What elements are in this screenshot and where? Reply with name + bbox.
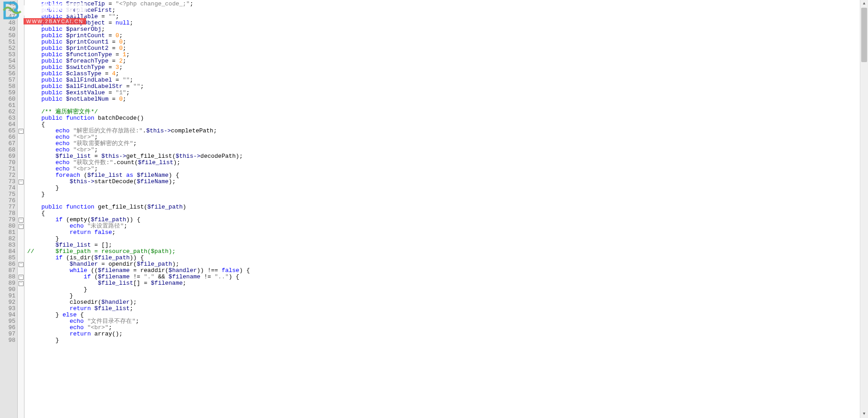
code-line[interactable]: echo "获取需要解密的文件"; [27, 141, 868, 147]
fold-toggle[interactable]: − [19, 224, 24, 229]
code-line[interactable]: public $allTable = ""; [27, 14, 868, 20]
line-number: 48 [0, 20, 15, 26]
code-line[interactable]: $handler = opendir($file_path); [27, 261, 868, 267]
code-line[interactable]: // $file_path = resource_path($path); [27, 248, 868, 255]
code-line[interactable]: public $tempObject = null; [27, 20, 868, 26]
line-number: 59 [0, 90, 15, 96]
line-number: 51 [0, 39, 15, 45]
line-number: 72 [0, 172, 15, 179]
code-line[interactable]: public $allFindLabelStr = ""; [27, 83, 868, 90]
line-number: 69 [0, 153, 15, 160]
code-line[interactable]: return array(); [27, 331, 868, 337]
line-number: 54 [0, 58, 15, 64]
vertical-scrollbar[interactable]: ▲ ▼ [860, 0, 868, 418]
code-line[interactable]: public $notLabelNum = 0; [27, 96, 868, 102]
code-line[interactable]: public $replaceTip = "<?php change_code_… [27, 1, 868, 7]
line-number: 84 [0, 248, 15, 255]
fold-toggle[interactable]: − [19, 275, 24, 280]
code-line[interactable]: public $functionType = 1; [27, 52, 868, 58]
line-number: 61 [0, 102, 15, 109]
code-line[interactable] [27, 198, 868, 204]
code-line[interactable]: return false; [27, 229, 868, 236]
line-number: 46 [0, 7, 15, 14]
code-line[interactable]: echo "<br>"; [27, 325, 868, 331]
code-area[interactable]: public $replaceTip = "<?php change_code_… [24, 0, 868, 418]
code-line[interactable]: return $file_list; [27, 306, 868, 312]
code-line[interactable]: public $parserObj; [27, 26, 868, 33]
fold-toggle[interactable]: − [19, 262, 24, 267]
code-line[interactable]: public $classType = 4; [27, 71, 868, 77]
line-number: 94 [0, 312, 15, 318]
line-number: 60 [0, 96, 15, 102]
line-number: 64 [0, 122, 15, 128]
line-number: 89 [0, 280, 15, 287]
fold-toggle[interactable]: − [19, 218, 24, 223]
code-line[interactable]: } [27, 191, 868, 198]
fold-toggle[interactable]: − [19, 180, 24, 185]
line-number: 90 [0, 287, 15, 293]
code-line[interactable]: public function batchDecode() [27, 115, 868, 122]
line-number: 67 [0, 141, 15, 147]
line-number: 53 [0, 52, 15, 58]
line-number: 58 [0, 83, 15, 90]
code-line[interactable]: echo "解密后的文件存放路径:".$this->completePath; [27, 128, 868, 134]
code-line[interactable]: public $allFindLabel = ""; [27, 77, 868, 83]
code-line[interactable]: $this->startDecode($fileName); [27, 179, 868, 185]
code-line[interactable]: public $switchType = 3; [27, 64, 868, 71]
line-number: 82 [0, 236, 15, 242]
code-line[interactable]: closedir($handler); [27, 299, 868, 306]
code-line[interactable]: } [27, 185, 868, 191]
scroll-down-button[interactable]: ▼ [860, 410, 868, 418]
scroll-thumb[interactable] [861, 8, 867, 62]
code-line[interactable]: public $existValue = "1"; [27, 90, 868, 96]
code-line[interactable]: $file_list = []; [27, 242, 868, 248]
line-number: 78 [0, 210, 15, 217]
code-line[interactable]: } [27, 337, 868, 344]
line-number: 86 [0, 261, 15, 267]
line-number: 65 [0, 128, 15, 134]
code-line[interactable]: if (empty($file_path)) { [27, 217, 868, 223]
code-line[interactable]: echo "<br>"; [27, 147, 868, 153]
code-line[interactable]: public function get_file_list($file_path… [27, 204, 868, 210]
line-number: 75 [0, 191, 15, 198]
code-line[interactable]: } [27, 287, 868, 293]
code-line[interactable]: } [27, 293, 868, 299]
code-line[interactable]: $file_list = $this->get_file_list($this-… [27, 153, 868, 160]
line-number-gutter: 4546474849505152535455565758596061626364… [0, 0, 18, 418]
line-number: 56 [0, 71, 15, 77]
code-line[interactable]: public $replaceFirst; [27, 7, 868, 14]
line-number: 98 [0, 337, 15, 344]
code-line[interactable]: echo "<br>"; [27, 166, 868, 172]
code-line[interactable]: if ($filename != "." && $filename != "..… [27, 274, 868, 280]
code-line[interactable]: { [27, 122, 868, 128]
line-number: 83 [0, 242, 15, 248]
line-number: 79 [0, 217, 15, 223]
line-number: 50 [0, 33, 15, 39]
line-number: 88 [0, 274, 15, 280]
line-number: 92 [0, 299, 15, 306]
code-line[interactable]: foreach ($file_list as $fileName) { [27, 172, 868, 179]
line-number: 91 [0, 293, 15, 299]
code-line[interactable]: echo "<br>"; [27, 134, 868, 141]
code-line[interactable]: { [27, 210, 868, 217]
line-number: 96 [0, 325, 15, 331]
line-number: 74 [0, 185, 15, 191]
line-number: 76 [0, 198, 15, 204]
code-line[interactable]: public $printCount = 0; [27, 33, 868, 39]
code-line[interactable] [27, 102, 868, 109]
code-line[interactable]: if (is_dir($file_path)) { [27, 255, 868, 261]
code-line[interactable]: public $printCount2 = 0; [27, 45, 868, 52]
scroll-up-button[interactable]: ▲ [860, 0, 868, 8]
code-line[interactable]: $file_list[] = $filename; [27, 280, 868, 287]
code-line[interactable]: public $printCount1 = 0; [27, 39, 868, 45]
fold-toggle[interactable]: − [19, 129, 24, 134]
code-line[interactable]: } [27, 236, 868, 242]
code-line[interactable]: echo "未设置路径"; [27, 223, 868, 229]
code-line[interactable]: /** 遍历解密文件*/ [27, 109, 868, 115]
fold-toggle[interactable]: − [19, 281, 24, 286]
code-line[interactable]: while (($filename = readdir($handler)) !… [27, 267, 868, 274]
code-line[interactable]: public $foreachType = 2; [27, 58, 868, 64]
code-line[interactable]: echo "文件目录不存在"; [27, 318, 868, 325]
code-line[interactable]: } else { [27, 312, 868, 318]
code-line[interactable]: echo "获取文件数:".count($file_list); [27, 160, 868, 166]
